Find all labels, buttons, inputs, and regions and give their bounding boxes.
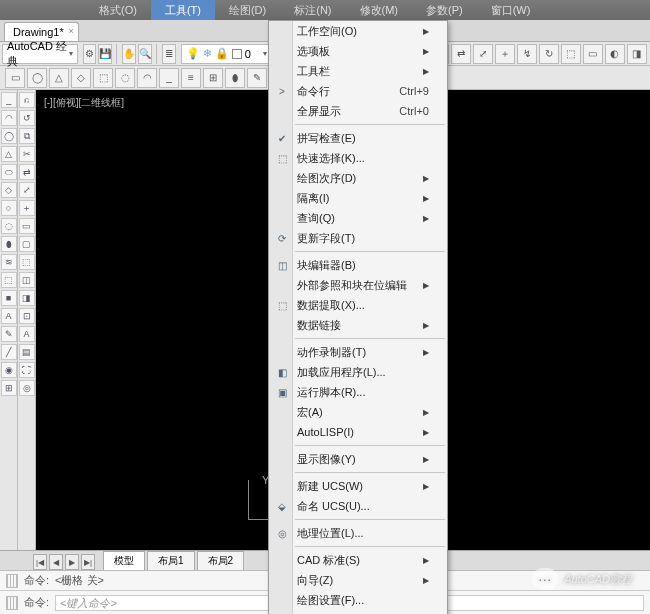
draw-tool-icon[interactable]: △ bbox=[1, 146, 17, 162]
menu-item[interactable]: ⬚快速选择(K)... bbox=[269, 148, 447, 168]
draw-tool-icon[interactable]: ✎ bbox=[1, 326, 17, 342]
draw-tool-icon[interactable]: ⎯ bbox=[1, 92, 17, 108]
menu-item[interactable]: ◧加载应用程序(L)... bbox=[269, 362, 447, 382]
menu-draw[interactable]: 绘图(D) bbox=[215, 0, 280, 20]
menu-item[interactable]: AutoLISP(I)▶ bbox=[269, 422, 447, 442]
draw-tool-icon[interactable]: ○ bbox=[1, 200, 17, 216]
modify-tool-icon[interactable]: ⎌ bbox=[19, 92, 35, 108]
tab-nav-first[interactable]: |◀ bbox=[33, 554, 47, 570]
menu-item[interactable]: 绘图次序(D)▶ bbox=[269, 168, 447, 188]
draw-toolbar-icon[interactable]: ▭ bbox=[5, 68, 25, 88]
modify-tool-icon[interactable]: ✂ bbox=[19, 146, 35, 162]
prop-toolbar-icon[interactable]: ⇄ bbox=[451, 44, 471, 64]
modify-tool-icon[interactable]: ▤ bbox=[19, 344, 35, 360]
draw-toolbar-icon[interactable]: ⬚ bbox=[93, 68, 113, 88]
close-icon[interactable]: × bbox=[68, 26, 73, 36]
tab-layout1[interactable]: 布局1 bbox=[147, 551, 195, 570]
draw-toolbar-icon[interactable]: ⎯ bbox=[159, 68, 179, 88]
menu-item[interactable]: ⬚数据提取(X)... bbox=[269, 295, 447, 315]
modify-tool-icon[interactable]: ⇄ bbox=[19, 164, 35, 180]
draw-tool-icon[interactable]: ◇ bbox=[1, 182, 17, 198]
draw-tool-icon[interactable]: ╱ bbox=[1, 344, 17, 360]
grip-icon[interactable] bbox=[6, 574, 18, 588]
tab-nav-next[interactable]: ▶ bbox=[65, 554, 79, 570]
draw-tool-icon[interactable]: ◉ bbox=[1, 362, 17, 378]
menu-item[interactable]: 外部参照和块在位编辑▶ bbox=[269, 275, 447, 295]
draw-tool-icon[interactable]: ≋ bbox=[1, 254, 17, 270]
draw-tool-icon[interactable]: ■ bbox=[1, 290, 17, 306]
draw-toolbar-icon[interactable]: ◠ bbox=[137, 68, 157, 88]
modify-tool-icon[interactable]: ＋ bbox=[19, 200, 35, 216]
prop-toolbar-icon[interactable]: ＋ bbox=[495, 44, 515, 64]
prop-toolbar-icon[interactable]: ▭ bbox=[583, 44, 603, 64]
tab-model[interactable]: 模型 bbox=[103, 551, 145, 570]
prop-toolbar-icon[interactable]: ◐ bbox=[605, 44, 625, 64]
draw-toolbar-icon[interactable]: △ bbox=[49, 68, 69, 88]
menu-window[interactable]: 窗口(W) bbox=[477, 0, 545, 20]
menu-item[interactable]: >命令行Ctrl+9 bbox=[269, 81, 447, 101]
draw-toolbar-icon[interactable]: ⊞ bbox=[203, 68, 223, 88]
menu-item[interactable]: ✔拼写检查(E) bbox=[269, 128, 447, 148]
menu-tools[interactable]: 工具(T) bbox=[151, 0, 215, 20]
draw-toolbar-icon[interactable]: ⬮ bbox=[225, 68, 245, 88]
menu-item[interactable]: ⟳更新字段(T) bbox=[269, 228, 447, 248]
menu-item[interactable]: 工作空间(O)▶ bbox=[269, 21, 447, 41]
menu-item[interactable]: 宏(A)▶ bbox=[269, 402, 447, 422]
menu-modify[interactable]: 修改(M) bbox=[346, 0, 413, 20]
menu-item[interactable]: 数据链接▶ bbox=[269, 315, 447, 335]
draw-toolbar-icon[interactable]: ✎ bbox=[247, 68, 267, 88]
menu-item[interactable]: 向导(Z)▶ bbox=[269, 570, 447, 590]
menu-item[interactable]: ◎地理位置(L)... bbox=[269, 523, 447, 543]
ws-settings-icon[interactable]: ⚙ bbox=[83, 44, 96, 64]
draw-toolbar-icon[interactable]: ◯ bbox=[27, 68, 47, 88]
modify-tool-icon[interactable]: ⤢ bbox=[19, 182, 35, 198]
layer-props-icon[interactable]: ≣ bbox=[162, 44, 175, 64]
prop-toolbar-icon[interactable]: ⤢ bbox=[473, 44, 493, 64]
draw-toolbar-icon[interactable]: ◇ bbox=[71, 68, 91, 88]
prop-toolbar-icon[interactable]: ⬚ bbox=[561, 44, 581, 64]
menu-item[interactable]: 隔离(I)▶ bbox=[269, 188, 447, 208]
modify-tool-icon[interactable]: ▢ bbox=[19, 236, 35, 252]
tab-layout2[interactable]: 布局2 bbox=[197, 551, 245, 570]
draw-tool-icon[interactable]: ◌ bbox=[1, 218, 17, 234]
modify-tool-icon[interactable]: ◫ bbox=[19, 272, 35, 288]
prop-toolbar-icon[interactable]: ◨ bbox=[627, 44, 647, 64]
menu-item[interactable]: ▣运行脚本(R)... bbox=[269, 382, 447, 402]
tab-nav-prev[interactable]: ◀ bbox=[49, 554, 63, 570]
prop-toolbar-icon[interactable]: ↻ bbox=[539, 44, 559, 64]
modify-tool-icon[interactable]: ⊡ bbox=[19, 308, 35, 324]
menu-item[interactable]: 绘图设置(F)... bbox=[269, 590, 447, 610]
draw-tool-icon[interactable]: ⬮ bbox=[1, 236, 17, 252]
menu-item[interactable]: 工具栏▶ bbox=[269, 61, 447, 81]
grip-icon[interactable] bbox=[6, 596, 18, 610]
modify-tool-icon[interactable]: ◨ bbox=[19, 290, 35, 306]
zoom-icon[interactable]: 🔍 bbox=[138, 44, 152, 64]
draw-tool-icon[interactable]: ⬚ bbox=[1, 272, 17, 288]
ws-save-icon[interactable]: 💾 bbox=[98, 44, 112, 64]
menu-param[interactable]: 参数(P) bbox=[412, 0, 477, 20]
modify-tool-icon[interactable]: ◎ bbox=[19, 380, 35, 396]
menu-item[interactable]: ◫块编辑器(B) bbox=[269, 255, 447, 275]
menu-item[interactable]: ⬙命名 UCS(U)... bbox=[269, 496, 447, 516]
modify-tool-icon[interactable]: A bbox=[19, 326, 35, 342]
draw-toolbar-icon[interactable]: ◌ bbox=[115, 68, 135, 88]
modify-tool-icon[interactable]: ⧉ bbox=[19, 128, 35, 144]
pan-icon[interactable]: ✋ bbox=[122, 44, 136, 64]
modify-tool-icon[interactable]: ▭ bbox=[19, 218, 35, 234]
draw-toolbar-icon[interactable]: ≡ bbox=[181, 68, 201, 88]
modify-tool-icon[interactable]: ↺ bbox=[19, 110, 35, 126]
draw-tool-icon[interactable]: ◠ bbox=[1, 110, 17, 126]
tab-nav-last[interactable]: ▶| bbox=[81, 554, 95, 570]
draw-tool-icon[interactable]: ⊞ bbox=[1, 380, 17, 396]
modify-tool-icon[interactable]: ⛶ bbox=[19, 362, 35, 378]
menu-dim[interactable]: 标注(N) bbox=[280, 0, 345, 20]
menu-item[interactable]: 新建 UCS(W)▶ bbox=[269, 476, 447, 496]
menu-format[interactable]: 格式(O) bbox=[85, 0, 151, 20]
menu-item[interactable]: 动作录制器(T)▶ bbox=[269, 342, 447, 362]
draw-tool-icon[interactable]: ⬭ bbox=[1, 164, 17, 180]
doc-tab-drawing1[interactable]: Drawing1* × bbox=[4, 22, 79, 41]
layer-select[interactable]: 💡 ❄ 🔒 0 ▾ bbox=[181, 44, 272, 64]
draw-tool-icon[interactable]: A bbox=[1, 308, 17, 324]
workspace-select[interactable]: AutoCAD 经典 ▾ bbox=[2, 44, 78, 64]
menu-item[interactable]: 显示图像(Y)▶ bbox=[269, 449, 447, 469]
